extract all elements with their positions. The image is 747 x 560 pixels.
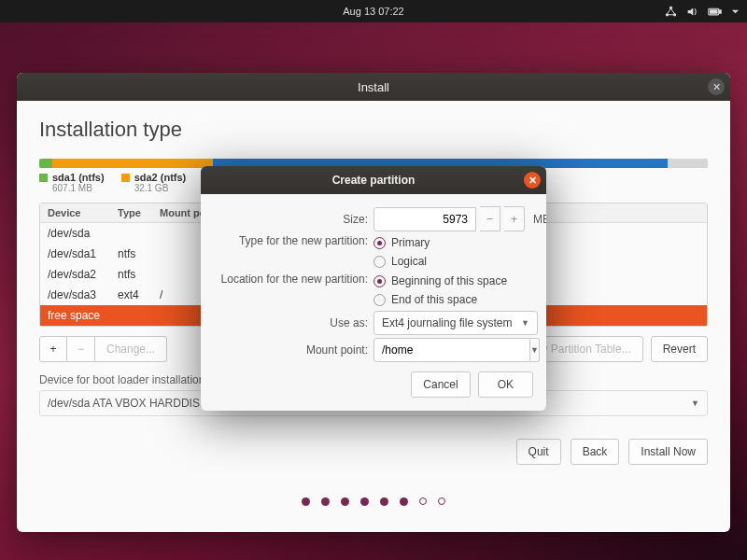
step-dot bbox=[400, 497, 408, 506]
cancel-button[interactable]: Cancel bbox=[411, 371, 470, 398]
wizard-footer: Quit Back Install Now bbox=[516, 439, 708, 465]
step-dot bbox=[360, 497, 369, 506]
dialog-close-button[interactable]: ✕ bbox=[524, 172, 541, 189]
size-increment-button[interactable]: + bbox=[504, 206, 525, 231]
step-dot bbox=[341, 497, 349, 506]
usage-segment bbox=[39, 159, 52, 168]
size-input[interactable] bbox=[374, 207, 476, 231]
radio-primary[interactable]: Primary bbox=[374, 236, 533, 249]
radio-beginning[interactable]: Beginning of this space bbox=[374, 274, 533, 287]
clock: Aug 13 07:22 bbox=[343, 6, 403, 17]
legend-swatch bbox=[39, 174, 48, 182]
dialog-titlebar: Create partition ✕ bbox=[201, 166, 546, 194]
remove-partition-button[interactable]: − bbox=[67, 336, 95, 362]
step-dot bbox=[438, 497, 445, 505]
window-close-button[interactable]: ✕ bbox=[708, 78, 725, 95]
window-titlebar: Install ✕ bbox=[17, 73, 730, 101]
usage-segment bbox=[614, 159, 668, 168]
size-unit: MB bbox=[533, 213, 546, 226]
change-partition-button[interactable]: Change... bbox=[95, 336, 167, 362]
radio-end[interactable]: End of this space bbox=[374, 293, 533, 306]
system-tray bbox=[665, 6, 740, 18]
step-dot bbox=[321, 497, 330, 506]
page-heading: Installation type bbox=[39, 118, 708, 142]
create-partition-dialog: Create partition ✕ Size: − + MB Type for… bbox=[201, 166, 546, 411]
battery-icon[interactable] bbox=[708, 6, 722, 18]
mount-point-dropdown-button[interactable]: ▼ bbox=[530, 338, 540, 362]
mount-point-input[interactable] bbox=[374, 338, 530, 362]
ok-button[interactable]: OK bbox=[478, 371, 533, 398]
top-menu-bar: Aug 13 07:22 bbox=[0, 0, 747, 22]
partition-type-label: Type for the new partition: bbox=[214, 234, 368, 247]
step-dot bbox=[380, 497, 388, 506]
svg-rect-4 bbox=[720, 9, 722, 12]
progress-dots bbox=[17, 497, 730, 506]
size-decrement-button[interactable]: − bbox=[480, 206, 500, 231]
location-label: Location for the new partition: bbox=[214, 273, 368, 286]
revert-button[interactable]: Revert bbox=[651, 336, 708, 362]
chevron-down-icon: ▼ bbox=[521, 318, 529, 328]
install-now-button[interactable]: Install Now bbox=[628, 439, 708, 465]
legend-item: sda1 (ntfs)607.1 MB bbox=[39, 172, 105, 193]
step-dot bbox=[302, 497, 310, 506]
volume-icon[interactable] bbox=[686, 6, 698, 18]
network-icon[interactable] bbox=[665, 6, 677, 18]
usage-segment bbox=[668, 159, 708, 168]
use-as-label: Use as: bbox=[214, 316, 368, 329]
chevron-down-icon[interactable] bbox=[731, 7, 740, 16]
step-dot bbox=[419, 497, 427, 505]
radio-logical[interactable]: Logical bbox=[374, 255, 533, 268]
usage-segment bbox=[52, 159, 213, 168]
add-partition-button[interactable]: + bbox=[39, 336, 67, 362]
window-title: Install bbox=[358, 80, 389, 94]
chevron-down-icon: ▼ bbox=[691, 399, 699, 408]
back-button[interactable]: Back bbox=[571, 439, 620, 465]
svg-rect-5 bbox=[711, 9, 718, 12]
use-as-select[interactable]: Ext4 journaling file system ▼ bbox=[374, 311, 538, 335]
dialog-title: Create partition bbox=[332, 174, 416, 187]
quit-button[interactable]: Quit bbox=[516, 439, 561, 465]
legend-swatch bbox=[121, 174, 130, 182]
size-label: Size: bbox=[214, 213, 368, 226]
legend-item: sda2 (ntfs)32.1 GB bbox=[121, 172, 187, 193]
mount-point-label: Mount point: bbox=[214, 343, 368, 357]
